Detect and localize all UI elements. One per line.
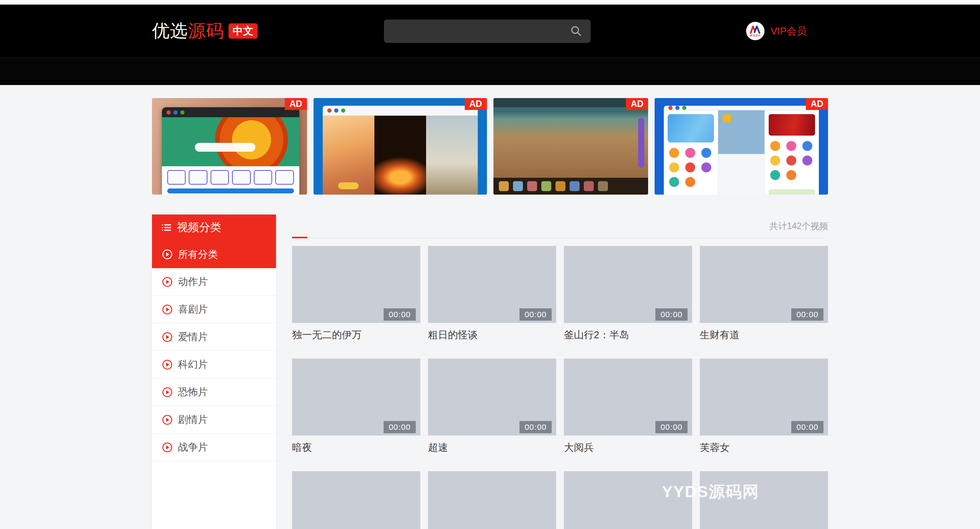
ad-banner-2[interactable]: AD [314,98,487,195]
filter-tab[interactable] [292,215,307,238]
logo-text-secondary: 源码 [188,19,224,43]
app-screenshot [765,110,819,195]
video-title[interactable]: 大阅兵 [564,441,692,454]
ad-banner-row: AD AD AD [152,98,828,195]
sidebar-category-label: 科幻片 [178,358,208,371]
video-thumbnail[interactable]: 00:00 [700,246,828,323]
video-card[interactable] [428,471,556,529]
filter-tab[interactable] [316,215,331,238]
video-card[interactable]: 00:00 独一无二的伊万 [292,246,420,342]
ad-banner-1[interactable]: AD [152,98,307,195]
video-thumbnail[interactable] [564,471,692,529]
video-title[interactable]: 暗夜 [292,441,420,454]
video-thumbnail[interactable] [292,471,420,529]
play-circle-icon [162,249,173,260]
sidebar-category-label: 喜剧片 [178,303,208,316]
sidebar-category-item[interactable]: 剧情片 [152,406,276,434]
vip-member-link[interactable]: VIP会员 [771,25,807,38]
app-icon [770,141,780,151]
video-title[interactable]: 芙蓉女 [700,441,828,454]
chip [211,170,229,185]
video-title[interactable]: 生财有道 [700,328,828,342]
sidebar-category-item[interactable]: 所有分类 [152,241,276,268]
user-area: 麻豆源码 VIP会员 [746,22,807,40]
video-card[interactable]: 00:00 生财有道 [700,246,828,342]
sidebar-category-item[interactable]: 恐怖片 [152,378,276,406]
app-screenshot [718,110,765,195]
video-thumbnail[interactable] [700,471,828,529]
sidebar-category-label: 剧情片 [178,413,208,426]
list-icon [161,222,172,233]
app-icon [701,162,711,172]
sidebar-category-item[interactable]: 喜剧片 [152,296,276,323]
tab-bar: 共计142个视频 [292,215,828,238]
ad-badge: AD [626,98,648,110]
video-title[interactable]: 独一无二的伊万 [292,328,420,342]
site-logo[interactable]: 优选源码 中文 [152,19,258,43]
window-titlebar [664,106,819,110]
sidebar-category-item[interactable]: 爱情片 [152,323,276,351]
video-card[interactable] [564,471,692,529]
banner-chips [162,166,299,186]
game-icon [598,181,608,191]
sidebar-category-item[interactable]: 动作片 [152,268,276,296]
app-icon [685,148,695,158]
video-title[interactable]: 粗日的怪谈 [428,328,556,342]
ad-banner-4[interactable]: AD [655,98,828,195]
ad-banner-3[interactable]: AD [493,98,648,195]
video-thumbnail[interactable]: 00:00 [564,359,692,436]
window-titlebar [162,107,299,117]
sidebar-title: 视频分类 [177,220,221,235]
game-icon [541,181,551,191]
video-count: 共计142个视频 [769,220,828,232]
sidebar-category-label: 恐怖片 [178,385,208,399]
chip [254,170,272,185]
search-input[interactable] [384,20,591,43]
video-card[interactable]: 00:00 芙蓉女 [700,359,828,454]
chip [189,170,207,185]
video-thumbnail[interactable]: 00:00 [292,246,420,323]
sidebar-category-item[interactable]: 科幻片 [152,351,276,378]
sidebar-header: 视频分类 [152,215,276,241]
avatar[interactable]: 麻豆源码 [746,22,764,40]
banner-hero-art [162,117,299,166]
sidebar-category-label: 所有分类 [178,248,218,261]
search-icon[interactable] [570,25,582,37]
video-card[interactable] [700,471,828,529]
video-thumbnail[interactable]: 00:00 [292,359,420,436]
sidebar-category-item[interactable]: 战争片 [152,434,276,461]
video-thumbnail[interactable]: 00:00 [428,246,556,323]
game-hud-top [493,98,648,107]
game-hud-side [638,118,644,168]
duration-badge: 00:00 [384,308,416,321]
video-title[interactable]: 超速 [428,441,556,454]
video-card[interactable] [292,471,420,529]
banner-art [323,106,478,195]
app-icon [802,141,812,151]
app-banner [769,189,815,195]
logo-language-badge: 中文 [229,23,258,39]
app-icon [786,141,796,151]
browser-top-strip [0,0,980,5]
video-card[interactable]: 00:00 暗夜 [292,359,420,454]
app-icon [685,162,695,172]
video-thumbnail[interactable]: 00:00 [700,359,828,436]
ad-badge: AD [465,98,487,110]
game-icon [555,181,565,191]
search-bar[interactable] [384,20,591,43]
video-title[interactable]: 釜山行2：半岛 [564,328,692,342]
video-thumbnail[interactable] [428,471,556,529]
window-dot [327,108,332,113]
window-dot [173,110,178,115]
video-thumbnail[interactable]: 00:00 [564,246,692,323]
video-card[interactable]: 00:00 超速 [428,359,556,454]
chip [275,170,294,185]
app-icon-grid [668,142,714,192]
filter-tab[interactable] [340,215,355,238]
video-card[interactable]: 00:00 大阅兵 [564,359,692,454]
video-card[interactable]: 00:00 釜山行2：半岛 [564,246,692,342]
play-circle-icon [162,414,173,425]
video-card[interactable]: 00:00 粗日的怪谈 [428,246,556,342]
video-thumbnail[interactable]: 00:00 [428,359,556,436]
play-circle-icon [162,442,173,453]
